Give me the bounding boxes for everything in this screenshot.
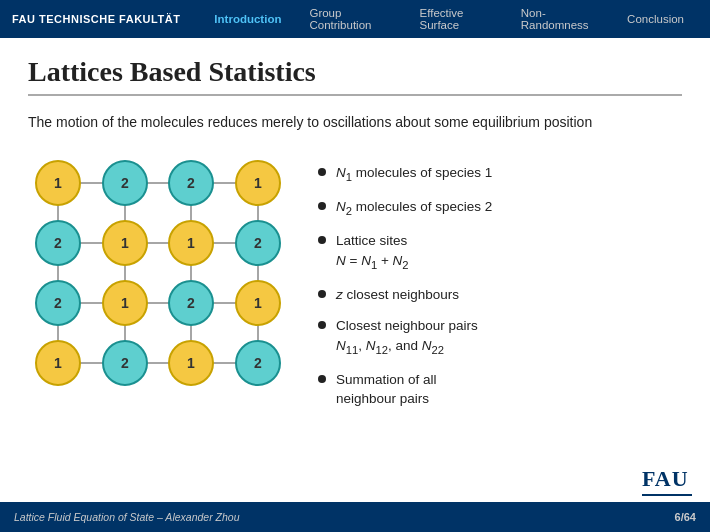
body-layout: 1 2 2 1 2 1 1 2 2: [28, 153, 682, 421]
bullet-text-3: Lattice sites N = N1 + N2: [336, 231, 409, 273]
bullet-item-3: Lattice sites N = N1 + N2: [318, 231, 682, 273]
main-content: Lattices Based Statistics The motion of …: [0, 38, 710, 431]
svg-text:1: 1: [121, 235, 129, 251]
bullet-dot: [318, 375, 326, 383]
navbar: FAU TECHNISCHE FAKULTÄT Introduction Gro…: [0, 0, 710, 38]
svg-text:2: 2: [254, 355, 262, 371]
bullet-text-2: N2 molecules of species 2: [336, 197, 492, 219]
nav-item-effective-surface[interactable]: Effective Surface: [406, 0, 507, 38]
intro-text: The motion of the molecules reduces mere…: [28, 112, 682, 133]
page-number: 6/64: [675, 511, 696, 523]
nav-item-conclusion[interactable]: Conclusion: [613, 0, 698, 38]
svg-text:2: 2: [187, 295, 195, 311]
nav-item-group-contribution[interactable]: Group Contribution: [295, 0, 405, 38]
bullet-item-6: Summation of allneighbour pairs: [318, 370, 682, 409]
svg-text:1: 1: [54, 355, 62, 371]
logo: FAU TECHNISCHE FAKULTÄT: [12, 13, 180, 25]
footer-text: Lattice Fluid Equation of State – Alexan…: [14, 511, 240, 523]
svg-text:1: 1: [54, 175, 62, 191]
lattice-diagram: 1 2 2 1 2 1 1 2 2: [28, 153, 308, 397]
nav-items: Introduction Group Contribution Effectiv…: [200, 0, 698, 38]
bullet-item-2: N2 molecules of species 2: [318, 197, 682, 219]
bullet-item-1: N1 molecules of species 1: [318, 163, 682, 185]
svg-text:2: 2: [121, 175, 129, 191]
title-rule: [28, 94, 682, 96]
lattice-svg: 1 2 2 1 2 1 1 2 2: [28, 153, 288, 393]
svg-text:2: 2: [54, 295, 62, 311]
bullet-dot: [318, 202, 326, 210]
svg-text:2: 2: [54, 235, 62, 251]
bullet-text-6: Summation of allneighbour pairs: [336, 370, 437, 409]
svg-text:1: 1: [254, 295, 262, 311]
svg-text:1: 1: [187, 355, 195, 371]
bullet-dot: [318, 321, 326, 329]
fau-logo: FAU: [642, 466, 692, 496]
slide-title: Lattices Based Statistics: [28, 56, 682, 88]
svg-text:1: 1: [187, 235, 195, 251]
nav-item-introduction[interactable]: Introduction: [200, 0, 295, 38]
svg-text:1: 1: [121, 295, 129, 311]
svg-text:2: 2: [254, 235, 262, 251]
bullet-text-4: z closest neighbours: [336, 285, 459, 305]
svg-text:2: 2: [121, 355, 129, 371]
bullet-dot: [318, 168, 326, 176]
svg-text:2: 2: [187, 175, 195, 191]
svg-text:1: 1: [254, 175, 262, 191]
bullet-text-5: Closest neighbour pairs N11, N12, and N2…: [336, 316, 478, 358]
bullet-dot: [318, 290, 326, 298]
footer: Lattice Fluid Equation of State – Alexan…: [0, 502, 710, 532]
bullet-item-4: z closest neighbours: [318, 285, 682, 305]
bullet-text-1: N1 molecules of species 1: [336, 163, 492, 185]
nav-item-non-randomness[interactable]: Non-Randomness: [507, 0, 613, 38]
bullet-item-5: Closest neighbour pairs N11, N12, and N2…: [318, 316, 682, 358]
bullet-dot: [318, 236, 326, 244]
bullet-list: N1 molecules of species 1 N2 molecules o…: [318, 153, 682, 421]
